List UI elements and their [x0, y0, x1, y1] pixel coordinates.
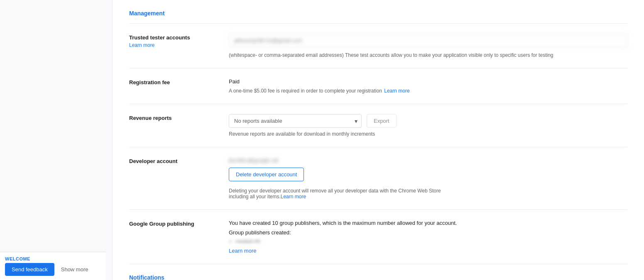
developer-account-content: jfun4ltru@google.rali Delete developer a…: [229, 157, 627, 200]
registration-fee-description: A one-time $5.00 fee is required in orde…: [229, 88, 627, 94]
developer-account-email: jfun4ltru@google.rali: [229, 157, 627, 163]
revenue-select-wrapper: No reports available: [229, 114, 362, 128]
trusted-tester-row: Trusted tester accounts Learn more (whit…: [129, 24, 627, 68]
sidebar: WELCOME Send feedback Show more: [0, 0, 112, 280]
revenue-reports-content: No reports available Export Revenue repo…: [229, 114, 627, 137]
registration-fee-learn-more[interactable]: Learn more: [384, 88, 409, 94]
revenue-controls: No reports available Export: [229, 114, 627, 128]
page-wrapper: WELCOME Send feedback Show more Manageme…: [0, 0, 644, 280]
revenue-reports-row: Revenue reports No reports available Exp…: [129, 104, 627, 147]
trusted-tester-hint: (whitespace- or comma-separated email ad…: [229, 52, 627, 58]
registration-fee-content: Paid A one-time $5.00 fee is required in…: [229, 78, 627, 94]
registration-fee-row: Registration fee Paid A one-time $5.00 f…: [129, 68, 627, 104]
registration-fee-label: Registration fee: [129, 78, 229, 85]
list-item: rrested-rth: [235, 238, 627, 244]
google-group-publishing-label: Google Group publishing: [129, 220, 229, 227]
notifications-heading: Notifications: [129, 264, 627, 280]
developer-account-row: Developer account jfun4ltru@google.rali …: [129, 147, 627, 210]
sidebar-bottom: WELCOME Send feedback Show more: [0, 252, 106, 280]
google-group-publishing-content: You have created 10 group publishers, wh…: [229, 220, 627, 254]
google-group-publishing-row: Google Group publishing You have created…: [129, 210, 627, 264]
show-more-button[interactable]: Show more: [58, 263, 92, 276]
delete-developer-account-button[interactable]: Delete developer account: [229, 168, 304, 181]
group-publishers-created-label: Group publishers created:: [229, 229, 627, 236]
publisher-list: rrested-rth: [229, 238, 627, 244]
registration-fee-status: Paid: [229, 78, 627, 85]
revenue-select[interactable]: No reports available: [229, 114, 362, 128]
group-publishing-learn-more[interactable]: Learn more: [229, 248, 256, 254]
trusted-tester-input[interactable]: [229, 34, 627, 47]
trusted-tester-label: Trusted tester accounts Learn more: [129, 34, 229, 48]
delete-account-learn-more[interactable]: Learn more: [281, 194, 306, 200]
export-button[interactable]: Export: [367, 114, 397, 128]
welcome-label: WELCOME: [5, 256, 101, 261]
revenue-reports-label: Revenue reports: [129, 114, 229, 121]
revenue-hint: Revenue reports are available for downlo…: [229, 131, 627, 137]
developer-account-label: Developer account: [129, 157, 229, 164]
delete-account-description: Deleting your developer account will rem…: [229, 188, 445, 200]
management-heading: Management: [129, 0, 627, 24]
send-feedback-button[interactable]: Send feedback: [5, 263, 54, 276]
group-publishing-description: You have created 10 group publishers, wh…: [229, 220, 627, 226]
trusted-tester-learn-more[interactable]: Learn more: [129, 42, 229, 48]
main-content: Management Trusted tester accounts Learn…: [112, 0, 644, 280]
trusted-tester-content: (whitespace- or comma-separated email ad…: [229, 34, 627, 58]
